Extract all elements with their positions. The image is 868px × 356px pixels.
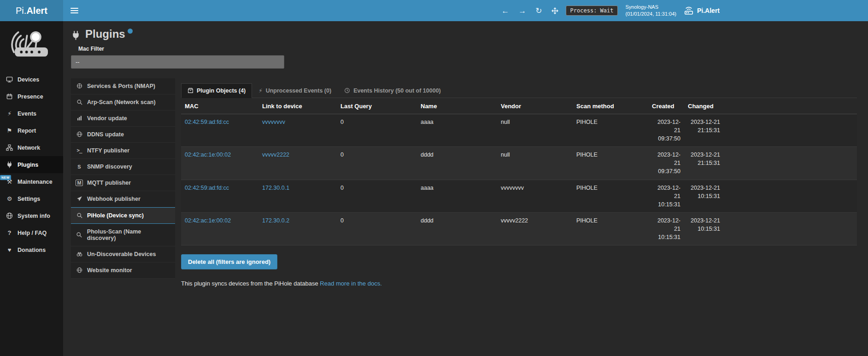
docs-link[interactable]: Read more in the docs. (320, 280, 381, 287)
cell-name: dddd (417, 212, 497, 245)
device-link[interactable]: 172.30.0.2 (262, 217, 289, 224)
plugin-item-label: Webhook publisher (87, 196, 141, 202)
tab-unprocessed-events[interactable]: ⚡ Unprocessed Events (0) (252, 83, 338, 98)
title-info-badge[interactable] (128, 29, 133, 34)
refresh-icon[interactable]: ↻ (535, 7, 542, 15)
sidebar-item-label: Maintenance (18, 179, 53, 185)
sidebar-toggle-button[interactable] (63, 0, 85, 21)
col-header-mac: MAC (181, 98, 258, 114)
plugin-detail-panel: Plugin Objects (4) ⚡ Unprocessed Events … (181, 83, 857, 287)
sidebar-item-system-info[interactable]: System info (0, 207, 63, 224)
plugin-item-label: Services & Ports (NMAP) (87, 83, 155, 89)
sidebar: Devices Presence ⚡ Events ⚑ Report Netwo… (0, 21, 63, 356)
new-badge: NEW (0, 175, 11, 180)
tab-bar: Plugin Objects (4) ⚡ Unprocessed Events … (181, 83, 857, 98)
process-status-badge: Process: Wait (566, 6, 618, 16)
table-row: 02:42:ac:1e:00:02 172.30.0.2 0 dddd vvvv… (181, 212, 857, 245)
cell-filler (724, 180, 857, 212)
sidebar-item-label: Events (18, 111, 36, 117)
cell-vendor: vvvvv2222 (497, 212, 573, 245)
paper-plane-icon (76, 196, 83, 202)
cell-changed: 2023-12-21 21:15:31 (684, 114, 724, 146)
gear-icon: ⚙ (6, 195, 13, 202)
plugin-item-undiscoverable-devices[interactable]: Un-Discoverable Devices (71, 246, 175, 263)
bolt-icon: ⚡ (6, 110, 13, 117)
sidebar-item-settings[interactable]: ⚙ Settings (0, 190, 63, 207)
plugin-item-pholus-scan[interactable]: Pholus-Scan (Name discovery) (71, 224, 175, 246)
cell-scan-method: PIHOLE (573, 147, 648, 180)
sidebar-item-maintenance[interactable]: NEW ⚒ Maintenance (0, 173, 63, 190)
plugin-item-arp-scan[interactable]: Arp-Scan (Network scan) (71, 94, 175, 111)
plugin-item-label: Un-Discoverable Devices (87, 251, 156, 257)
main-layout: Devices Presence ⚡ Events ⚑ Report Netwo… (0, 21, 868, 356)
sidebar-item-network[interactable]: Network (0, 139, 63, 156)
col-header-link: Link to device (258, 98, 337, 114)
cell-changed: 2023-12-21 21:15:31 (684, 147, 724, 180)
cell-link-to-device: vvvvvvvv (258, 114, 337, 146)
cell-vendor: vvvvvvvv (497, 180, 573, 212)
back-arrow-icon[interactable]: ← (501, 7, 509, 15)
mac-filter-input[interactable] (71, 55, 284, 69)
question-icon: ? (6, 229, 13, 236)
monitor-icon (6, 76, 13, 83)
col-header-last-query: Last Query (337, 98, 417, 114)
plugin-item-vendor-update[interactable]: Vendor update (71, 111, 175, 127)
cell-link-to-device: 172.30.0.1 (258, 180, 337, 212)
plugin-item-webhook-publisher[interactable]: Webhook publisher (71, 191, 175, 207)
topbar: Pi.Alert ← → ↻ Process: Wait Synology-NA… (0, 0, 868, 21)
sidebar-item-help-faq[interactable]: ? Help / FAQ (0, 224, 63, 241)
plugin-item-label: Website monitor (87, 267, 132, 274)
cell-mac: 02:42:ac:1e:00:02 (181, 147, 258, 180)
device-link[interactable]: vvvvv2222 (262, 152, 289, 158)
cell-filler (724, 212, 857, 245)
tab-plugin-objects[interactable]: Plugin Objects (4) (181, 83, 252, 98)
tab-events-history[interactable]: Events History (50 out of 10000) (338, 83, 447, 98)
sitemap-icon (6, 144, 13, 151)
device-link[interactable]: vvvvvvvv (262, 119, 285, 125)
bolt-icon: ⚡ (258, 88, 262, 94)
cell-created: 2023-12-21 09:37:50 (648, 114, 684, 146)
box-icon (188, 88, 194, 93)
mac-link[interactable]: 02:42:59:ad:fd:cc (185, 119, 229, 125)
heart-icon: ♥ (6, 246, 13, 253)
nav-history-controls: ← → ↻ (501, 7, 558, 15)
sidebar-item-presence[interactable]: Presence (0, 88, 63, 105)
mac-filter-label: Mac Filter (78, 46, 857, 52)
plug-icon (6, 161, 13, 168)
sidebar-item-devices[interactable]: Devices (0, 71, 63, 88)
sidebar-item-donations[interactable]: ♥ Donations (0, 241, 63, 258)
mac-link[interactable]: 02:42:59:ad:fd:cc (185, 185, 229, 191)
plugin-item-label: MQTT publisher (87, 180, 131, 186)
sidebar-item-label: Report (18, 128, 36, 134)
cell-name: aaaa (417, 180, 497, 212)
forward-arrow-icon[interactable]: → (518, 7, 526, 15)
mac-link[interactable]: 02:42:ac:1e:00:02 (185, 152, 231, 158)
topbar-right: ← → ↻ Process: Wait Synology-NAS (01/01/… (501, 0, 720, 21)
flag-icon: ⚑ (6, 127, 13, 134)
plugin-item-label: DDNS update (87, 131, 124, 138)
sidebar-item-report[interactable]: ⚑ Report (0, 122, 63, 139)
plugin-item-label: Vendor update (87, 115, 127, 122)
plugin-item-ntfy-publisher[interactable]: >_ NTFY publisher (71, 143, 175, 159)
cell-name: aaaa (417, 114, 497, 146)
topbar-right-brand-label: Pi.Alert (697, 7, 720, 14)
plugin-item-snmp-discovery[interactable]: S SNMP discovery (71, 159, 175, 175)
globe-icon (76, 267, 83, 273)
plugin-item-pihole-device-sync[interactable]: PiHole (Device sync) (71, 207, 175, 224)
plug-icon (71, 30, 81, 40)
col-header-name: Name (417, 98, 497, 114)
cell-scan-method: PIHOLE (573, 114, 648, 146)
delete-all-button[interactable]: Delete all (filters are ignored) (181, 254, 277, 269)
plugin-item-mqtt-publisher[interactable]: M MQTT publisher (71, 175, 175, 191)
mac-link[interactable]: 02:42:ac:1e:00:02 (185, 217, 231, 224)
pialert-router-logo (0, 21, 63, 71)
device-link[interactable]: 172.30.0.1 (262, 185, 289, 191)
move-arrows-icon[interactable] (551, 7, 558, 14)
sidebar-item-label: Network (18, 145, 40, 151)
plugin-item-ddns-update[interactable]: DDNS update (71, 127, 175, 143)
sidebar-item-plugins[interactable]: Plugins (0, 156, 63, 173)
plugin-item-website-monitor[interactable]: Website monitor (71, 263, 175, 279)
plugin-item-services-ports[interactable]: Services & Ports (NMAP) (71, 78, 175, 94)
col-header-changed: Changed (684, 98, 724, 114)
sidebar-item-events[interactable]: ⚡ Events (0, 105, 63, 122)
